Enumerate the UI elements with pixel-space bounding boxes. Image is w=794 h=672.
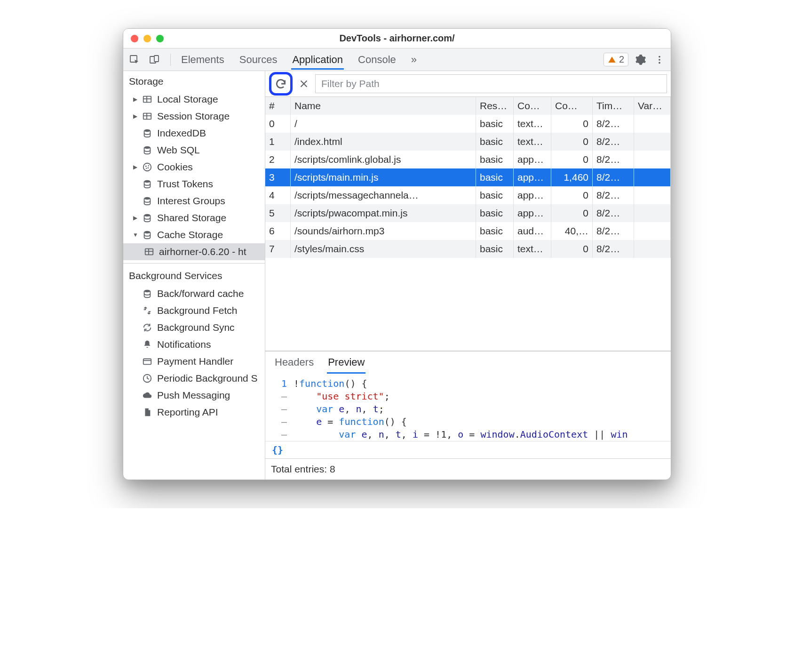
cell-ctype: app… [514, 204, 551, 222]
cell-time: 8/2… [593, 168, 634, 186]
col-response[interactable]: Res… [476, 97, 514, 115]
cell-vary [634, 186, 671, 204]
sidebar-item-cache-storage[interactable]: ▼Cache Storage [123, 226, 265, 243]
cell-res: basic [476, 133, 514, 151]
inspect-element-icon[interactable] [128, 53, 141, 66]
sidebar-item-push-messaging[interactable]: Push Messaging [123, 387, 265, 404]
cell-time: 8/2… [593, 115, 634, 133]
table-row[interactable]: 5/scripts/pwacompat.min.jsbasicapp…08/2… [265, 204, 671, 222]
cell-res: basic [476, 151, 514, 168]
tab-application[interactable]: Application [291, 50, 344, 70]
cell-time: 8/2… [593, 240, 634, 258]
tab-console[interactable]: Console [357, 50, 397, 70]
preview-tabs: Headers Preview [265, 351, 671, 374]
device-toolbar-icon[interactable] [148, 53, 161, 66]
cell-clen: 0 [551, 115, 593, 133]
clear-icon[interactable] [297, 77, 310, 90]
cell-res: basic [476, 186, 514, 204]
table-row[interactable]: 1/index.htmlbasictext…08/2… [265, 133, 671, 151]
issues-badge[interactable]: 2 [603, 53, 628, 66]
table-row[interactable]: 0/basictext…08/2… [265, 115, 671, 133]
refresh-icon[interactable] [274, 77, 287, 90]
table-icon [142, 94, 152, 104]
preview-code: 1!function() { – "use strict"; – var e, … [265, 374, 671, 441]
cache-child-entry[interactable]: airhorner-0.6.20 - ht [123, 243, 265, 260]
sidebar-item-background-fetch[interactable]: Background Fetch [123, 302, 265, 319]
cell-res: basic [476, 168, 514, 186]
cell-idx: 6 [265, 222, 291, 240]
sidebar-item-web-sql[interactable]: Web SQL [123, 142, 265, 159]
brace-toggle[interactable]: {} [265, 441, 671, 458]
tabs-overflow[interactable]: » [410, 50, 418, 70]
cell-vary [634, 133, 671, 151]
svg-point-8 [144, 129, 151, 132]
tab-elements[interactable]: Elements [180, 50, 225, 70]
devtools-window: DevTools - airhorner.com/ Elements Sourc… [123, 28, 671, 480]
tab-preview[interactable]: Preview [327, 356, 365, 374]
clock-icon [142, 373, 152, 384]
sidebar-item-label: Shared Storage [157, 209, 226, 226]
cell-name: /index.html [291, 133, 476, 151]
sidebar-item-trust-tokens[interactable]: Trust Tokens [123, 176, 265, 192]
storage-heading: Storage [123, 71, 265, 91]
col-content-type[interactable]: Co… [514, 97, 551, 115]
sidebar-item-label: Notifications [157, 336, 211, 353]
cell-clen: 0 [551, 186, 593, 204]
table-row[interactable]: 3/scripts/main.min.jsbasicapp…1,4608/2… [265, 168, 671, 186]
cell-idx: 3 [265, 168, 291, 186]
background-services-heading: Background Services [123, 264, 265, 285]
more-vert-icon[interactable] [653, 53, 666, 66]
card-icon [142, 356, 152, 367]
sidebar-item-background-sync[interactable]: Background Sync [123, 319, 265, 336]
svg-rect-2 [154, 56, 159, 62]
sidebar-item-label: Cookies [157, 159, 193, 176]
cell-clen: 0 [551, 204, 593, 222]
sidebar-item-label: Session Storage [157, 108, 230, 125]
sidebar-item-label: Web SQL [157, 142, 200, 159]
chevron-right-icon: ▶ [133, 108, 137, 125]
sidebar-item-indexeddb[interactable]: IndexedDB [123, 125, 265, 142]
application-sidebar: Storage ▶Local Storage▶Session StorageIn… [123, 71, 265, 480]
main-toolbar: Elements Sources Application Console » 2 [123, 48, 671, 71]
cell-name: /scripts/messagechannela… [291, 186, 476, 204]
sidebar-item-label: Cache Storage [157, 226, 223, 243]
svg-point-15 [144, 180, 151, 183]
db-icon [142, 288, 152, 299]
table-row[interactable]: 2/scripts/comlink.global.jsbasicapp…08/2… [265, 151, 671, 168]
col-vary[interactable]: Var… [634, 97, 671, 115]
chevron-right-icon: ▶ [133, 91, 137, 108]
cell-vary [634, 240, 671, 258]
sidebar-item-session-storage[interactable]: ▶Session Storage [123, 108, 265, 125]
cell-clen: 40,… [551, 222, 593, 240]
col-content-length[interactable]: Co… [551, 97, 593, 115]
cell-clen: 1,460 [551, 168, 593, 186]
sidebar-item-periodic-background-s[interactable]: Periodic Background S [123, 370, 265, 387]
tab-headers[interactable]: Headers [274, 356, 315, 374]
col-time[interactable]: Tim… [593, 97, 634, 115]
table-row[interactable]: 4/scripts/messagechannela…basicapp…08/2… [265, 186, 671, 204]
sidebar-item-notifications[interactable]: Notifications [123, 336, 265, 353]
table-icon [142, 111, 152, 121]
col-index[interactable]: # [265, 97, 291, 115]
svg-point-5 [659, 62, 660, 64]
sidebar-item-back-forward-cache[interactable]: Back/forward cache [123, 285, 265, 302]
sidebar-item-cookies[interactable]: ▶Cookies [123, 159, 265, 176]
sidebar-item-payment-handler[interactable]: Payment Handler [123, 353, 265, 370]
tab-sources[interactable]: Sources [238, 50, 278, 70]
table-row[interactable]: 6/sounds/airhorn.mp3basicaud…40,…8/2… [265, 222, 671, 240]
sidebar-item-shared-storage[interactable]: ▶Shared Storage [123, 209, 265, 226]
cell-idx: 5 [265, 204, 291, 222]
table-row[interactable]: 7/styles/main.cssbasictext…08/2… [265, 240, 671, 258]
sidebar-item-reporting-api[interactable]: Reporting API [123, 404, 265, 421]
sidebar-item-local-storage[interactable]: ▶Local Storage [123, 91, 265, 108]
cell-ctype: text… [514, 133, 551, 151]
cell-vary [634, 168, 671, 186]
db-icon [142, 196, 152, 206]
col-name[interactable]: Name [291, 97, 476, 115]
settings-gear-icon[interactable] [634, 53, 647, 66]
warning-icon [608, 56, 616, 64]
db-icon [142, 145, 152, 155]
entries-footer: Total entries: 8 [265, 458, 671, 480]
sidebar-item-interest-groups[interactable]: Interest Groups [123, 192, 265, 209]
filter-path-input[interactable] [315, 74, 667, 93]
